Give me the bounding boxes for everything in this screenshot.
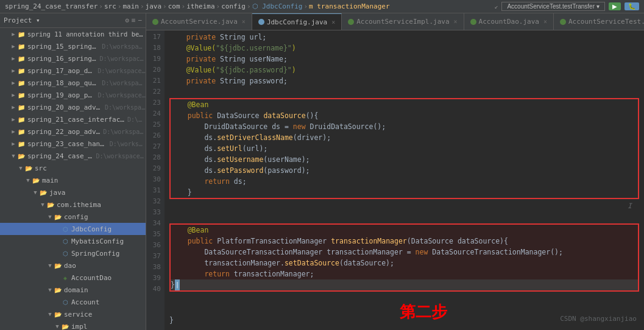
breadcrumb-item: ⬡ JdbcConfig [252,2,303,10]
sidebar-header: Project ▾ ⚙ ≡ − [0,13,146,28]
folder-icon: 📁 [17,139,26,148]
debug-button[interactable]: 🐛 [625,2,639,10]
folder-icon: 📁 [17,79,26,87]
code-line: transactionManager.setDataSource(dataSou… [171,258,638,269]
code-line: return transactionManager; [171,269,638,279]
folder-icon: 📁 [17,91,26,99]
sidebar-toolbar: ⚙ ≡ − [125,16,142,24]
tree-item-spring23[interactable]: ▶ 📁 spring_23_case_handle_password D:\wo… [0,138,146,150]
red-box-transactionmanager: @Bean public PlatformTransactionManager … [169,223,639,292]
tree-item-spring22[interactable]: ▶ 📁 spring_22_aop_advice_data D:\workspa… [0,125,146,138]
folder-icon: 📂 [46,200,55,209]
tree-item-account[interactable]: ⬡ Account [0,296,146,308]
sidebar-title: Project ▾ [4,16,40,24]
tab-accountservicetest[interactable]: AccountServiceTest.java × [554,13,644,30]
sidebar-layout-icon[interactable]: ≡ [132,16,136,24]
interface-icon: ◈ [61,273,69,282]
tree-item-spring20[interactable]: ▶ 📁 spring_20_aop_advice_type D:\workspa… [0,101,146,113]
tree-item-spring18[interactable]: ▶ 📁 spring_18_aop_quickstart D:\workspac… [0,77,146,89]
code-line: public PlatformTransactionManager transa… [171,236,638,247]
code-line: private String password; [169,75,639,86]
breadcrumb-item: config [221,2,246,10]
java-class-icon: ⬡ [61,237,69,245]
tab-label: AccountDao.java [479,18,539,26]
editor-area: AccountService.java × JdbcConfig.java × … [146,13,644,330]
tab-jdbcconfig[interactable]: JdbcConfig.java × [252,13,342,30]
code-line: ds.setUsername(userName); [171,154,638,165]
code-area[interactable]: 17 18 19 20 21 22 23 24 25 26 27 28 29 3… [146,30,644,330]
tree-item-spring15[interactable]: ▶ 📁 spring_15_spring_mybatis D:\workspac… [0,40,146,52]
breadcrumb: spring_24_case_transfer › src › main › j… [5,2,494,10]
red-box-datasource: @Bean public DataSource dataSource(){ Dr… [169,98,639,199]
tree-item-spring19[interactable]: ▶ 📁 spring_19_aop_pointcut D:\workspace\… [0,89,146,101]
folder-icon: 📂 [54,261,62,270]
tab-label: AccountServiceImpl.java [356,18,449,26]
folder-icon: 📁 [17,127,26,136]
class-icon: ⬡ [61,298,69,306]
tab-close-icon[interactable]: × [543,18,547,25]
tree-item-service[interactable]: ▼ 📂 service [0,308,146,320]
breadcrumb-item: spring_24_case_transfer [5,2,97,10]
code-content[interactable]: private String url; @Value("${jdbc.usern… [165,30,644,330]
tab-icon [258,19,264,25]
folder-icon: 📂 [54,286,62,294]
tree-item-com-itheima[interactable]: ▼ 📂 com.itheima [0,198,146,211]
tree-item-spring17[interactable]: ▶ 📁 spring_17_aop_demo D:\workspace\s [0,65,146,77]
code-line: @Bean [171,225,638,236]
code-line: @Value("${jdbc.password}") [169,65,639,75]
breadcrumb-item: m transactionManager [309,2,389,10]
code-line: public DataSource dataSource(){ [171,110,638,121]
tab-accountserviceimpl[interactable]: AccountServiceImpl.java × [342,13,464,30]
tab-label: JdbcConfig.java [267,18,327,26]
tree-item-spring16[interactable]: ▶ 📁 spring_16_spring_junit D:\workspace\… [0,52,146,65]
tab-close-icon[interactable]: × [242,18,246,25]
code-line: }| [171,279,638,290]
tab-close-icon[interactable]: × [454,18,458,25]
code-line: @Bean [171,99,638,110]
folder-icon: 📁 [17,42,26,51]
tab-label: AccountServiceTest.java [568,18,644,26]
code-line [169,211,639,222]
code-line [169,86,639,97]
java-class-icon: ⬡ [61,249,69,258]
tree-item-java[interactable]: ▼ 📂 java [0,186,146,198]
sidebar-tree: ▶ 📁 spring_11_annotation_third_bean_mana… [0,28,146,330]
sidebar-minimize-icon[interactable]: − [138,16,142,24]
code-line: @Value("${jdbc.username}") [169,43,639,54]
java-folder-icon: 📂 [39,188,48,197]
tree-item-domain[interactable]: ▼ 📂 domain [0,284,146,296]
folder-icon: 📁 [17,66,26,75]
tab-accountdao[interactable]: AccountDao.java × [464,13,554,30]
sidebar-settings-icon[interactable]: ⚙ [125,16,129,24]
folder-icon: 📂 [54,212,62,221]
tree-item-accountdao[interactable]: ◈ AccountDao [0,272,146,284]
title-bar: spring_24_case_transfer › src › main › j… [0,0,644,13]
main-area: Project ▾ ⚙ ≡ − ▶ 📁 spring_11_annotation… [0,13,644,330]
folder-icon: 📁 [17,103,26,111]
tree-item-dao[interactable]: ▼ 📂 dao [0,259,146,272]
tree-item-config[interactable]: ▼ 📂 config [0,211,146,223]
tabs-bar: AccountService.java × JdbcConfig.java × … [146,13,644,30]
run-config-dropdown[interactable]: AccountServiceTest.testTransfer ▾ [501,2,605,11]
sidebar: Project ▾ ⚙ ≡ − ▶ 📁 spring_11_annotation… [0,13,146,330]
folder-icon: 📂 [54,310,62,318]
run-button[interactable]: ▶ [609,2,621,10]
tree-item-mybatisconfig[interactable]: ⬡ MybatisConfig [0,235,146,247]
tab-close-icon[interactable]: × [331,19,335,26]
tree-item-impl[interactable]: ▼ 📂 impl [0,320,146,330]
tree-item-main[interactable]: ▼ 📂 main [0,174,146,186]
folder-icon: 📁 [17,30,26,38]
tree-item-springconfig[interactable]: ⬡ SpringConfig [0,247,146,259]
folder-icon: 📁 [17,115,26,124]
folder-open-icon: 📂 [17,152,26,160]
tree-item-spring24[interactable]: ▼ 📂 spring_24_case_transfer D:\workspace… [0,150,146,162]
tab-accountservice[interactable]: AccountService.java × [146,13,252,30]
code-line: private String url; [169,32,639,43]
tree-item-spring21[interactable]: ▶ 📁 spring_21_case_interface_run_speed D… [0,113,146,125]
tree-item-spring11[interactable]: ▶ 📁 spring_11_annotation_third_bean_mana… [0,28,146,40]
tree-item-jdbcconfig[interactable]: ⬡ JdbcConfig [0,223,146,235]
tab-icon [560,19,566,25]
tree-item-src[interactable]: ▼ 📂 src [0,162,146,174]
breadcrumb-item: itheima [186,2,214,10]
code-line [169,293,639,304]
